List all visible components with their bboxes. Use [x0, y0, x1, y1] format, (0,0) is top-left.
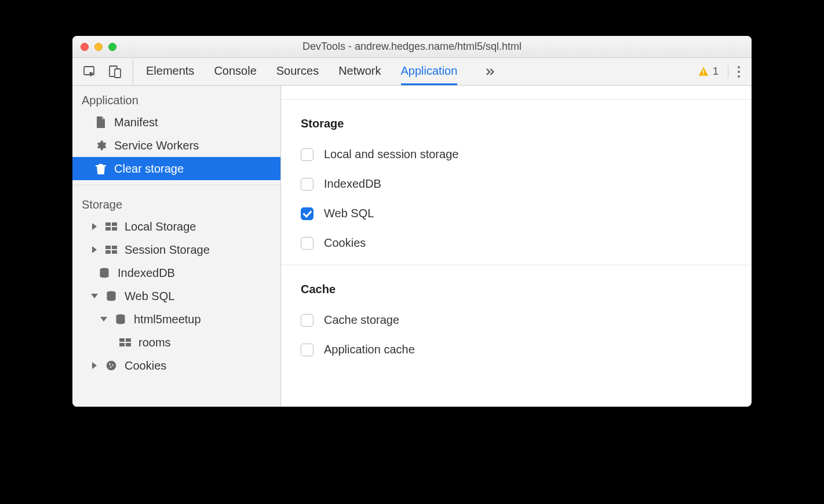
checkbox-row-web-sql[interactable]: Web SQL	[301, 199, 732, 228]
svg-rect-9	[105, 246, 111, 249]
svg-point-21	[109, 363, 111, 365]
window-maximize-button[interactable]	[108, 43, 116, 51]
checkbox-row-local-session[interactable]: Local and session storage	[301, 140, 732, 169]
sidebar-item-label: Service Workers	[114, 139, 199, 152]
sidebar-item-web-sql[interactable]: Web SQL	[72, 284, 280, 308]
sidebar-item-cookies[interactable]: Cookies	[72, 354, 280, 377]
checkbox-label: IndexedDB	[324, 177, 381, 191]
svg-rect-5	[105, 222, 111, 226]
checkbox-cache-storage[interactable]	[301, 314, 313, 327]
checkbox-row-app-cache[interactable]: Application cache	[301, 335, 732, 364]
sidebar-item-local-storage[interactable]: Local Storage	[72, 215, 280, 238]
devtools-toolbar: Elements Console Sources Network Applica…	[72, 58, 752, 86]
sidebar-item-session-storage[interactable]: Session Storage	[72, 238, 280, 261]
sidebar-item-label: rooms	[138, 336, 171, 349]
sidebar-item-manifest[interactable]: Manifest	[72, 111, 280, 134]
section-title-cache: Cache	[301, 283, 732, 296]
database-icon	[114, 313, 127, 325]
title-bar: DevTools - andrew.hedges.name/html5/sql.…	[72, 36, 752, 58]
svg-rect-4	[703, 74, 704, 75]
svg-rect-11	[105, 250, 111, 254]
sidebar-item-label: Manifest	[114, 116, 158, 129]
table-icon	[119, 338, 132, 346]
warning-indicator[interactable]: 1	[698, 65, 728, 78]
inspect-element-icon[interactable]	[83, 65, 97, 79]
window-minimize-button[interactable]	[94, 43, 103, 51]
svg-rect-12	[112, 250, 117, 254]
svg-rect-19	[126, 343, 131, 346]
svg-point-22	[112, 364, 113, 366]
expand-icon[interactable]	[91, 223, 98, 230]
svg-rect-6	[112, 222, 117, 226]
storage-icon	[105, 222, 118, 231]
expand-icon[interactable]	[91, 246, 98, 253]
sidebar-item-service-workers[interactable]: Service Workers	[72, 134, 280, 157]
database-icon	[98, 267, 111, 279]
sidebar-item-indexeddb[interactable]: IndexedDB	[72, 261, 280, 284]
collapse-icon[interactable]	[100, 317, 107, 322]
checkbox-label: Cookies	[324, 236, 366, 250]
gear-icon	[94, 140, 107, 151]
section-cache: Cache Cache storage Application cache	[281, 265, 752, 371]
warning-count: 1	[713, 65, 719, 78]
tab-network[interactable]: Network	[338, 58, 381, 85]
storage-icon	[105, 246, 118, 254]
sidebar-item-web-sql-database[interactable]: html5meetup	[72, 308, 280, 331]
window-title: DevTools - andrew.hedges.name/html5/sql.…	[72, 41, 752, 53]
sidebar: Application Manifest Service Workers Cle…	[72, 86, 281, 407]
sidebar-item-label: IndexedDB	[118, 266, 175, 280]
svg-point-23	[110, 366, 112, 368]
main-content: Application Manifest Service Workers Cle…	[72, 86, 752, 407]
svg-rect-2	[115, 69, 121, 78]
section-storage: Storage Local and session storage Indexe…	[281, 100, 752, 265]
sidebar-item-label: Clear storage	[114, 162, 184, 176]
svg-rect-17	[126, 338, 131, 342]
device-toolbar-icon[interactable]	[108, 65, 122, 79]
main-panel: Storage Local and session storage Indexe…	[281, 86, 752, 407]
sidebar-section-application: Application	[72, 86, 280, 111]
sidebar-item-label: Cookies	[125, 359, 166, 372]
checkbox-label: Local and session storage	[324, 148, 458, 161]
checkbox-local-session[interactable]	[301, 148, 313, 161]
collapse-icon[interactable]	[91, 294, 98, 298]
sidebar-section-storage: Storage	[72, 190, 280, 215]
sidebar-item-web-sql-table[interactable]: rooms	[72, 331, 280, 354]
tab-sources[interactable]: Sources	[276, 58, 319, 85]
sidebar-item-label: Local Storage	[125, 220, 196, 233]
checkbox-label: Web SQL	[324, 207, 374, 220]
sidebar-separator	[72, 185, 280, 185]
trash-icon	[94, 163, 107, 174]
svg-point-20	[107, 361, 116, 371]
checkbox-row-indexeddb[interactable]: IndexedDB	[301, 169, 732, 199]
checkbox-app-cache[interactable]	[301, 344, 313, 356]
svg-rect-8	[112, 227, 117, 231]
checkbox-cookies[interactable]	[301, 237, 313, 250]
checkbox-label: Cache storage	[324, 313, 399, 327]
database-icon	[105, 290, 118, 302]
checkbox-indexeddb[interactable]	[301, 178, 313, 191]
traffic-lights	[81, 43, 116, 51]
devtools-window: DevTools - andrew.hedges.name/html5/sql.…	[72, 36, 752, 407]
toolbar-right: 1	[698, 65, 752, 78]
sidebar-item-label: Session Storage	[125, 243, 210, 257]
checkbox-web-sql[interactable]	[301, 207, 313, 220]
window-close-button[interactable]	[81, 43, 89, 51]
sidebar-item-clear-storage[interactable]: Clear storage	[72, 157, 280, 180]
file-icon	[94, 116, 107, 128]
tab-application[interactable]: Application	[401, 58, 458, 85]
svg-rect-18	[119, 343, 125, 346]
tab-console[interactable]: Console	[214, 58, 256, 85]
tabs-overflow-icon[interactable]	[477, 58, 497, 85]
main-header-strip	[281, 86, 752, 100]
checkbox-row-cache-storage[interactable]: Cache storage	[301, 305, 732, 335]
svg-rect-7	[105, 227, 111, 231]
svg-rect-10	[112, 246, 117, 249]
tab-elements[interactable]: Elements	[146, 58, 194, 85]
settings-menu-icon[interactable]	[738, 66, 740, 78]
svg-rect-3	[703, 70, 704, 72]
cookie-icon	[105, 360, 118, 371]
sidebar-item-label: html5meetup	[134, 313, 201, 326]
expand-icon[interactable]	[91, 362, 98, 369]
checkbox-label: Application cache	[324, 343, 415, 356]
checkbox-row-cookies[interactable]: Cookies	[301, 228, 732, 258]
